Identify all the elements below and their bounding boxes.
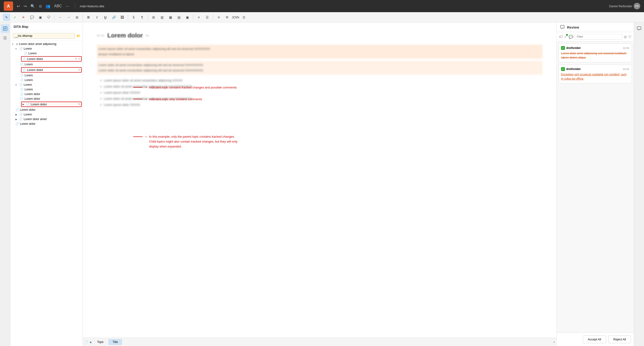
- review-info-icon[interactable]: ⓘ: [628, 35, 631, 39]
- comment-avatar-1: d: [561, 46, 565, 50]
- col4-button[interactable]: ▣: [184, 14, 191, 21]
- redo-icon[interactable]: ↪: [23, 3, 28, 9]
- edit-mode-button[interactable]: ✎: [3, 14, 10, 21]
- tree-chevron-lorem3: ▶: [16, 113, 18, 116]
- section-button[interactable]: §: [130, 14, 138, 21]
- reject-button[interactable]: ✕: [20, 14, 27, 21]
- review-filter-bar: 🏷 ✓ 💬 @ ⓘ: [557, 32, 634, 42]
- tree-file-icon-lorem1-c5: 📄: [20, 74, 24, 77]
- toolbar: ✎ ✓ ✕ 💬 ▣ 🗩 ← → ⊞ B I U 🔗 🖼 § ¶ ⊞ ▥ ▦ ▤ …: [0, 12, 644, 22]
- undo-icon[interactable]: ↩: [16, 3, 21, 9]
- comment-author-1: d dreifsnider: [561, 46, 581, 50]
- right-sidebar-icons: [634, 22, 644, 346]
- annotation-3-line: [133, 136, 142, 137]
- users-icon[interactable]: 👥: [45, 3, 51, 9]
- tree-item-lorem2-c1[interactable]: 📄 Lorem: [10, 87, 83, 92]
- tree-chevron-lorem-dolor-3: ▶: [22, 103, 25, 106]
- omega-button[interactable]: Ω: [240, 14, 248, 21]
- tree-file-icon-lorem1-c1: 📄: [24, 52, 28, 55]
- arrow-right-button[interactable]: →: [65, 14, 72, 21]
- more-icon[interactable]: ⋯: [64, 3, 70, 9]
- content-list-area: Lorem ipsum dolor sit amet consectetur a…: [97, 78, 542, 108]
- tree-item-lorem1-label: Lorem: [24, 47, 81, 50]
- tree-item-lorem2-c1-label: Lorem: [24, 88, 81, 91]
- badge-comments-2: 🗩: [78, 68, 80, 71]
- comment-button[interactable]: 💬: [28, 14, 36, 21]
- review-check-wrapper: ✓: [564, 35, 567, 39]
- accept-all-button[interactable]: Accept All: [583, 336, 606, 343]
- tree-item-lorem1-c1-label: Lorem: [28, 52, 81, 55]
- search-icon[interactable]: 🔍: [30, 3, 36, 9]
- statusbar-tab-topic[interactable]: Topic: [93, 339, 108, 345]
- toolbar-sep4: [148, 14, 148, 20]
- tree-item-lorem-dolor-4[interactable]: 📄 Lorem dolor: [10, 108, 83, 112]
- col2-button[interactable]: ▦: [167, 14, 174, 21]
- tree-item-lorem1-c6[interactable]: 📄 Lorem: [10, 78, 83, 82]
- sidebar-dita-map-icon[interactable]: [1, 24, 9, 33]
- image-button[interactable]: 🖼: [118, 14, 126, 21]
- tree-item-lorem1-c1[interactable]: 📄 Lorem: [10, 51, 83, 56]
- list-ul-button[interactable]: ☰: [204, 14, 211, 21]
- comment-author-2: d dreifsnider: [561, 67, 581, 71]
- toolbar-sep6: [213, 14, 213, 20]
- accept-button[interactable]: ✓: [11, 14, 19, 21]
- tree-item-lorem1-c5[interactable]: 📄 Lorem: [10, 73, 83, 78]
- col3-button[interactable]: ▤: [175, 14, 182, 21]
- split2-button[interactable]: ⧉: [223, 14, 231, 21]
- tree-file-icon-lorem1-c3: 📄: [20, 63, 24, 66]
- review-tag-icon: 🏷: [559, 35, 563, 39]
- review-comment-icon[interactable]: 💬: [568, 35, 573, 39]
- tree-item-lorem1[interactable]: ▾ 📄 Lorem: [10, 46, 83, 51]
- tree-item-lorem1-c3[interactable]: 📄 Lorem: [10, 62, 83, 67]
- tree-item-lorem-dolor-amet[interactable]: ▶ 📄 Lorem dolor amet: [10, 117, 83, 122]
- statusbar-expand[interactable]: ›: [554, 340, 554, 344]
- right-sidebar-review-icon[interactable]: [635, 24, 643, 33]
- reject-all-button[interactable]: Reject All: [608, 336, 631, 343]
- list-ol-button[interactable]: ≡: [195, 14, 202, 21]
- statusbar-icon: 📄: [85, 340, 88, 344]
- col1-button[interactable]: ▥: [158, 14, 166, 21]
- tree-item-lorem2-c2[interactable]: 📄 Lorem dolor: [10, 92, 83, 96]
- review-filter-input[interactable]: [575, 34, 622, 40]
- tree-item-root[interactable]: ▾ ⊞ Lorem dolor amet adipisicing: [10, 42, 83, 46]
- statusbar-tab-title[interactable]: Title: [108, 339, 122, 345]
- topbar-user: Daniel Reifsnider DR: [609, 3, 640, 9]
- bold-button[interactable]: B: [85, 14, 92, 21]
- pilcrow-button[interactable]: ¶: [138, 14, 146, 21]
- comment2-button[interactable]: 🗩: [45, 14, 52, 21]
- italic-button[interactable]: I: [93, 14, 101, 21]
- tree-file-icon-lorem2-c2: 📄: [20, 92, 24, 96]
- tree-chevron-lorem1: ▾: [16, 48, 18, 50]
- github-icon[interactable]: ⊙: [38, 3, 43, 9]
- annotation-3-arrow: →: [144, 134, 148, 139]
- dita-search-input[interactable]: [13, 33, 75, 39]
- view-split-button[interactable]: ⊞: [73, 14, 81, 21]
- statusbar-arrow: ▲: [89, 340, 92, 344]
- dita-panel-header: DITA Map: [10, 22, 83, 31]
- tree-item-lorem2-label: Lorem: [24, 83, 81, 86]
- tree-item-lorem-dolor-3[interactable]: ▶ 📄 Lorem dolor ✎: [21, 102, 82, 107]
- join-button[interactable]: JOIN: [232, 14, 239, 21]
- link-button[interactable]: 🔗: [110, 14, 118, 21]
- badge-comments-1: 🗩: [78, 58, 80, 60]
- dita-search-bar: 📁: [10, 31, 83, 41]
- track-changes-button[interactable]: ▣: [36, 14, 44, 21]
- comment-header-2: d dreifsnider 12:41: [561, 67, 629, 71]
- tree-item-lorem-dolor-3-label: Lorem dolor: [31, 102, 77, 106]
- tree-item-lorem-dolor-5[interactable]: 📄 Lorem dolor: [10, 122, 83, 126]
- tree-item-lorem-dolor-3-wrapper: ▶ 📄 Lorem dolor ✎: [11, 102, 82, 107]
- table-button[interactable]: ⊞: [150, 14, 157, 21]
- tree-chevron-root: ▾: [12, 43, 15, 46]
- tree-item-lorem2-c3[interactable]: 📄 Lorem dolor: [10, 96, 83, 101]
- tree-chevron-lorem-dolor-amet: ▶: [16, 118, 18, 120]
- underline-button[interactable]: U: [102, 14, 109, 21]
- review-at-icon[interactable]: @: [624, 35, 627, 39]
- spellcheck-icon[interactable]: ABC: [53, 3, 63, 9]
- sidebar-outline-icon[interactable]: [1, 34, 9, 42]
- arrow-left-button[interactable]: ←: [56, 14, 64, 21]
- tree-item-lorem2[interactable]: ▾ 📄 Lorem: [10, 82, 83, 87]
- tree-item-lorem-dolor-2[interactable]: 📄 Lorem dolor 🗩: [21, 67, 82, 72]
- split1-button[interactable]: ⧈: [215, 14, 222, 21]
- tree-item-lorem3[interactable]: ▶ 📄 Lorem: [10, 112, 83, 117]
- tree-item-lorem-dolor-1[interactable]: 📄 Lorem dolor ✎ 🗩: [21, 56, 82, 62]
